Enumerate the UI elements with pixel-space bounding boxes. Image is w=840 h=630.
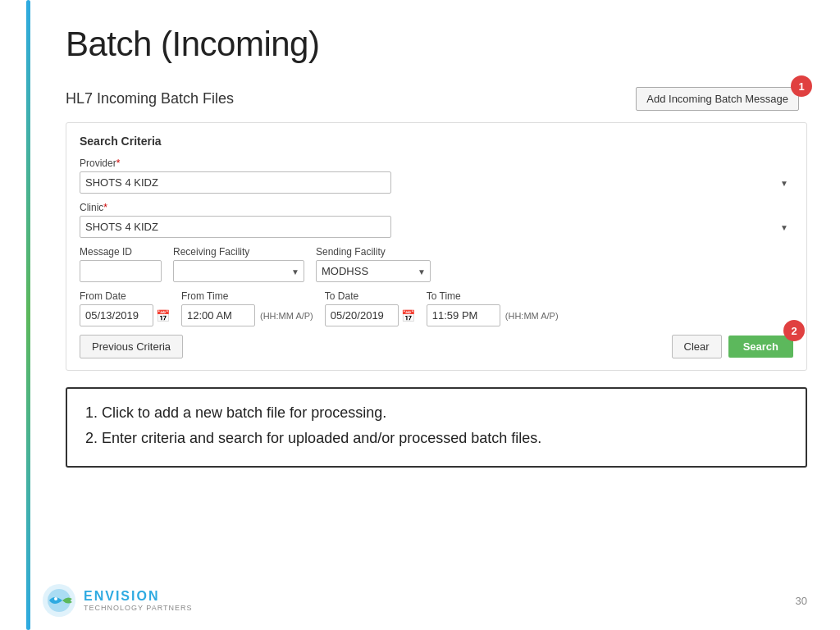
receiving-facility-group: Receiving Facility ▼	[173, 246, 304, 282]
logo-subtitle: TECHNOLOGY PARTNERS	[84, 604, 193, 612]
right-buttons: Clear Search 2	[672, 335, 793, 358]
to-time-input[interactable]	[427, 304, 500, 326]
to-time-label: To Time	[427, 290, 559, 302]
sending-facility-wrapper: MODHSS ▼	[316, 260, 431, 282]
to-date-calendar-icon[interactable]: 📅	[401, 309, 415, 322]
page-number: 30	[796, 595, 807, 607]
message-id-label: Message ID	[80, 246, 162, 258]
to-date-label: To Date	[325, 290, 415, 302]
search-criteria-container: Search Criteria Provider* SHOTS 4 KIDZ ▼…	[66, 122, 807, 371]
sending-facility-label: Sending Facility	[316, 246, 431, 258]
notes-box: Click to add a new batch file for proces…	[66, 387, 807, 468]
to-time-group: To Time (HH:MM A/P)	[427, 290, 559, 326]
from-time-hint: (HH:MM A/P)	[260, 311, 313, 321]
clinic-row: Clinic* SHOTS 4 KIDZ ▼	[80, 202, 793, 238]
to-time-wrapper: (HH:MM A/P)	[427, 304, 559, 326]
to-date-group: To Date 📅	[325, 290, 415, 326]
message-id-input[interactable]	[80, 260, 162, 282]
provider-select-arrow: ▼	[780, 178, 788, 187]
receiving-facility-select[interactable]	[173, 260, 304, 282]
logo-area: ENVISION TECHNOLOGY PARTNERS	[41, 582, 193, 619]
receiving-facility-wrapper: ▼	[173, 260, 304, 282]
from-time-input[interactable]	[181, 304, 255, 326]
sending-facility-select[interactable]: MODHSS	[316, 260, 431, 282]
from-date-group: From Date 📅	[80, 290, 170, 326]
envision-logo-icon	[41, 582, 77, 619]
clinic-select-wrapper: SHOTS 4 KIDZ ▼	[80, 216, 793, 238]
from-time-wrapper: (HH:MM A/P)	[181, 304, 313, 326]
from-date-input[interactable]	[80, 304, 153, 326]
accent-bar	[26, 0, 30, 630]
badge-2: 2	[783, 320, 805, 341]
sending-facility-group: Sending Facility MODHSS ▼	[316, 246, 431, 282]
hl7-header: HL7 Incoming Batch Files Add Incoming Ba…	[66, 87, 807, 111]
page-title: Batch (Incoming)	[66, 25, 807, 64]
previous-criteria-button[interactable]: Previous Criteria	[80, 335, 183, 358]
clear-button[interactable]: Clear	[672, 335, 722, 358]
to-date-input[interactable]	[325, 304, 399, 326]
receiving-facility-label: Receiving Facility	[173, 246, 304, 258]
logo-name: ENVISION	[84, 589, 193, 604]
to-time-hint: (HH:MM A/P)	[505, 311, 559, 321]
badge-1: 1	[791, 75, 812, 97]
provider-select[interactable]: SHOTS 4 KIDZ	[80, 171, 391, 194]
add-incoming-batch-button[interactable]: Add Incoming Batch Message	[636, 87, 799, 111]
search-criteria-title: Search Criteria	[80, 135, 793, 148]
provider-label: Provider*	[80, 158, 793, 169]
from-date-calendar-icon[interactable]: 📅	[156, 309, 170, 322]
provider-select-wrapper: SHOTS 4 KIDZ ▼	[80, 171, 793, 194]
button-row: Previous Criteria Clear Search 2	[80, 335, 793, 358]
hl7-section-title: HL7 Incoming Batch Files	[66, 90, 234, 107]
clinic-select-arrow: ▼	[780, 222, 788, 231]
message-id-group: Message ID	[80, 246, 162, 282]
from-time-label: From Time	[181, 290, 313, 302]
from-date-label: From Date	[80, 290, 170, 302]
to-date-wrapper: 📅	[325, 304, 415, 326]
notes-item-2: Enter criteria and search for uploaded a…	[102, 427, 789, 450]
logo-text: ENVISION TECHNOLOGY PARTNERS	[84, 589, 193, 612]
provider-row: Provider* SHOTS 4 KIDZ ▼	[80, 158, 793, 194]
from-date-wrapper: 📅	[80, 304, 170, 326]
search-button[interactable]: Search	[728, 336, 793, 358]
from-time-group: From Time (HH:MM A/P)	[181, 290, 313, 326]
svg-point-2	[54, 597, 57, 600]
add-batch-wrapper: Add Incoming Batch Message 1	[636, 87, 799, 111]
clinic-label: Clinic*	[80, 202, 793, 213]
facility-row: Message ID Receiving Facility ▼ Sending …	[80, 246, 793, 282]
notes-item-1: Click to add a new batch file for proces…	[102, 402, 789, 424]
datetime-row: From Date 📅 From Time (HH:MM A/P) To Dat…	[80, 290, 793, 326]
clinic-select[interactable]: SHOTS 4 KIDZ	[80, 216, 391, 238]
notes-list: Click to add a new batch file for proces…	[84, 402, 789, 450]
footer: ENVISION TECHNOLOGY PARTNERS 30	[41, 582, 807, 619]
